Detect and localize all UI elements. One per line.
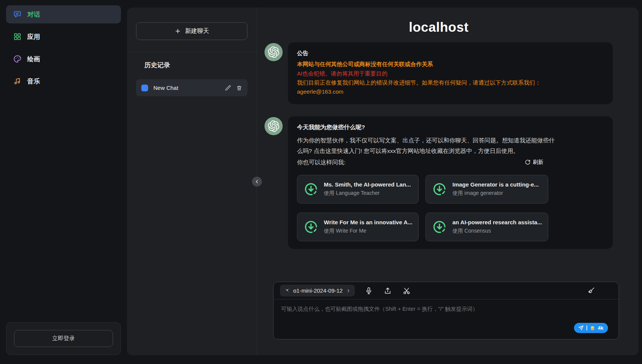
login-card: 立即登录 [6,322,121,355]
music-note-icon [13,77,22,85]
sidebar-item-drawing[interactable]: 绘画 [6,50,121,68]
chat-bubble-icon [13,10,22,19]
collapse-sidebar-button[interactable] [252,177,262,187]
palette-icon [13,55,22,63]
divider [127,52,257,52]
suggestion-card[interactable]: an AI-powered research assista... 使用 Con… [425,213,548,241]
suggestion-card[interactable]: Ms. Smith, the AI-powered Lan... 使用 Lang… [297,175,419,204]
download-circle-icon [303,219,319,234]
message-announcement: 公告 本网站与任何其他公司或商标没有任何关联或合作关系 AI也会犯错。请勿将其用… [265,42,639,104]
upload-icon [384,287,392,295]
sidebar-item-music[interactable]: 音乐 [6,72,121,90]
history-heading: 历史记录 [144,61,248,69]
suggestion-subtitle: 使用 Language Teacher [324,190,411,197]
suggestion-subtitle: 使用 image generator [452,190,538,197]
chat-item-icon [141,85,148,91]
announcement-email: ageerle@163.com [297,88,604,96]
announcement-bubble: 公告 本网站与任何其他公司或商标没有任何关联或合作关系 AI也会犯错。请勿将其用… [288,42,613,104]
openai-logo-icon [268,120,279,132]
sparkles-icon [284,288,290,294]
assistant-bubble: 今天我能为您做些什么呢? 作为你的智慧伙伴，我不仅可以写文案、出点子，还可以和你… [288,116,613,248]
sidebar-item-label: 绘画 [27,55,40,63]
upload-file-button[interactable] [384,286,393,295]
token-coin-icon [590,325,595,331]
suggestion-card[interactable]: Write For Me is an innovative A... 使用 Wr… [297,213,419,241]
edit-chat-button[interactable] [225,85,232,91]
broom-icon [587,287,595,295]
refresh-icon [525,159,531,165]
assistant-heading: 今天我能为您做些什么呢? [297,123,604,131]
pencil-icon [225,85,231,91]
download-circle-icon [303,182,319,197]
refresh-label: 刷新 [533,159,543,166]
chevron-left-icon [254,179,260,184]
plus-icon [175,28,181,34]
refresh-suggestions-button[interactable]: 刷新 [525,159,543,166]
microphone-icon [365,287,373,295]
delete-chat-button[interactable] [236,85,243,91]
composer: o1-mini-2024-09-12 [273,282,619,339]
sidebar: 对话 应用 绘画 音乐 立即登 [0,0,127,364]
suggestion-title: Write For Me is an innovative A... [324,219,412,225]
token-badge: 4k [598,325,603,331]
apps-grid-icon [13,32,22,41]
suggestion-subtitle: 使用 Write For Me [324,228,412,234]
suggestion-title: an AI-powered research assista... [452,219,542,225]
sidebar-item-chat[interactable]: 对话 [6,5,121,23]
announcement-maintenance: 我们目前正在修复我们网站上的错误并改进细节。如果您有任何疑问，请通过以下方式联系… [297,79,604,86]
download-circle-icon [432,219,447,234]
chat-input[interactable] [274,299,619,339]
model-selector-button[interactable]: o1-mini-2024-09-12 [280,285,355,296]
scissors-icon [402,287,411,295]
sidebar-item-apps[interactable]: 应用 [6,28,121,46]
voice-input-button[interactable] [365,286,374,295]
openai-logo-icon [268,46,279,58]
chat-item-title: New Chat [153,85,220,91]
page-title: localhost [265,20,613,35]
clear-context-button[interactable] [587,286,596,295]
suggestion-title: Image Generator is a cutting-e... [452,181,538,188]
announcement-disclaimer: 本网站与任何其他公司或商标没有任何关联或合作关系 [297,60,604,68]
sidebar-item-label: 应用 [27,32,40,41]
suggestion-title: Ms. Smith, the AI-powered Lan... [324,181,411,188]
model-selector-label: o1-mini-2024-09-12 [293,287,343,294]
suggestion-card[interactable]: Image Generator is a cutting-e... 使用 ima… [425,175,548,204]
history-panel: 新建聊天 历史记录 New Chat [127,8,257,355]
announcement-ai-warning: AI也会犯错。请勿将其用于重要目的 [297,69,604,77]
download-circle-icon [432,182,447,197]
login-button[interactable]: 立即登录 [14,330,113,347]
ask-prompt: 你也可以这样问我: [297,158,345,167]
chat-main: localhost 公告 本网站与任何其他公司或商标没有任何关联或合作关系 AI… [257,8,639,355]
assistant-avatar [265,117,283,135]
new-chat-label: 新建聊天 [185,27,209,35]
chat-list-item[interactable]: New Chat [136,79,248,96]
divider [586,325,587,330]
message-assistant: 今天我能为您做些什么呢? 作为你的智慧伙伴，我不仅可以写文案、出点子，还可以和你… [265,116,639,248]
sidebar-item-label: 音乐 [27,77,40,86]
screenshot-crop-button[interactable] [402,286,411,295]
chevron-right-icon [346,288,351,293]
suggestion-grid: Ms. Smith, the AI-powered Lan... 使用 Lang… [297,175,543,241]
trash-icon [236,85,242,91]
assistant-avatar [265,43,283,61]
announcement-heading: 公告 [297,49,604,57]
send-plane-icon [578,325,584,331]
new-chat-button[interactable]: 新建聊天 [136,22,248,40]
send-button[interactable]: 4k [574,323,608,333]
sidebar-item-label: 对话 [27,10,40,19]
assistant-body: 作为你的智慧伙伴，我不仅可以写文案、出点子，还可以和你聊天、回答问题。想知道我还… [297,135,560,156]
suggestion-subtitle: 使用 Consensus [452,228,542,234]
composer-toolbar: o1-mini-2024-09-12 [274,282,619,299]
workspace: 新建聊天 历史记录 New Chat localhost [127,8,639,355]
